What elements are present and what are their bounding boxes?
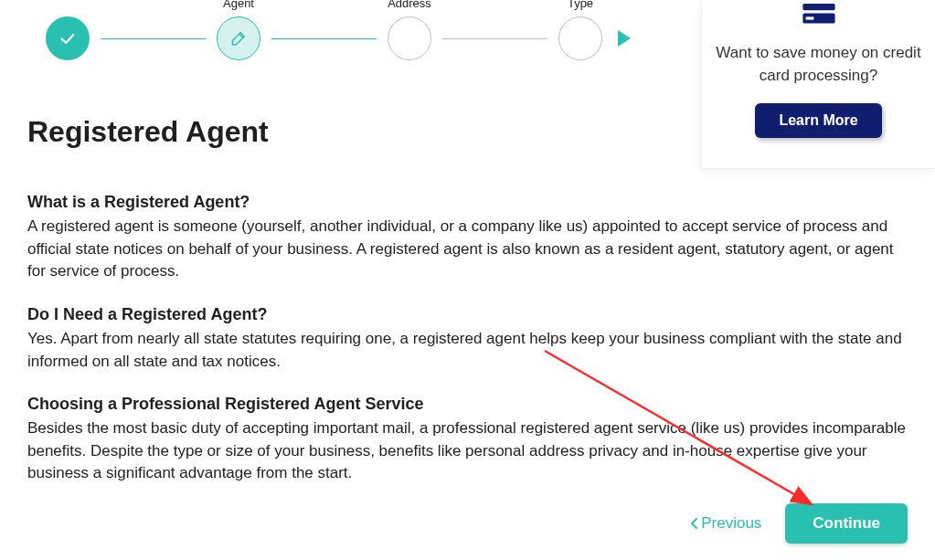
step-future-circle [558,16,602,60]
promo-card: Want to save money on credit card proces… [701,0,935,169]
step-1 [46,16,90,60]
step-2: Agent [217,16,260,60]
credit-card-icon [799,4,839,29]
step-connector [101,38,206,39]
section-heading: Choosing a Professional Registered Agent… [27,395,908,414]
promo-text: Want to save money on credit card proces… [715,42,922,87]
section-choosing: Choosing a Professional Registered Agent… [27,395,908,485]
previous-link[interactable]: Previous [690,514,761,533]
pencil-icon [229,29,248,48]
step-done-circle [46,16,90,60]
section-body: Besides the most basic duty of accepting… [27,417,908,485]
svg-rect-1 [802,4,834,10]
step-label: Address [388,0,431,10]
section-do-i-need: Do I Need a Registered Agent? Yes. Apart… [27,305,908,373]
step-connector [271,38,377,39]
section-what-is: What is a Registered Agent? A registered… [27,193,908,283]
continue-button[interactable]: Continue [785,503,908,544]
step-label: Agent [223,0,254,10]
play-icon [615,28,633,48]
step-3: Address [388,16,431,60]
section-heading: What is a Registered Agent? [27,193,908,212]
step-4: Type [558,16,602,60]
learn-more-button[interactable]: Learn More [755,103,881,138]
svg-rect-3 [805,16,813,19]
step-label: Type [568,0,593,10]
check-icon [58,28,78,48]
chevron-left-icon [690,517,698,530]
section-body: A registered agent is someone (yourself,… [27,216,908,283]
step-future-circle [388,16,431,60]
bottom-nav: Previous Continue [690,503,908,544]
section-heading: Do I Need a Registered Agent? [27,305,908,324]
step-connector [442,38,547,39]
previous-label: Previous [701,514,761,533]
step-current-circle [217,16,260,60]
section-body: Yes. Apart from nearly all state statute… [27,328,908,373]
stepper-next-button[interactable] [615,28,633,48]
